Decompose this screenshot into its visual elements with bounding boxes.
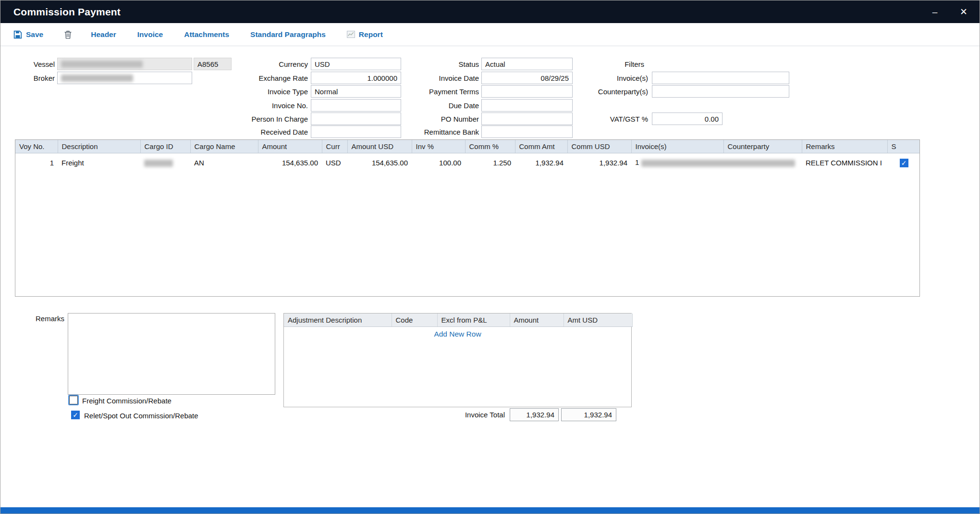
freight-commission-checkbox[interactable] xyxy=(69,396,78,404)
table-row[interactable]: 1 Freight AN 154,635.00 USD 154,635.00 1… xyxy=(15,153,920,170)
col-description[interactable]: Description xyxy=(58,140,140,153)
standard-paragraphs-button[interactable]: Standard Paragraphs xyxy=(250,30,326,39)
cell-comm-usd: 1,932.94 xyxy=(567,153,631,170)
save-button[interactable]: Save xyxy=(13,30,43,39)
delete-button[interactable] xyxy=(64,30,72,39)
adjustments-table: Adjustment Description Code Excl from P&… xyxy=(283,313,632,407)
col-cargo-name[interactable]: Cargo Name xyxy=(190,140,258,153)
due-date-label: Due Date xyxy=(380,99,479,112)
bottom-accent-bar xyxy=(0,507,980,514)
cell-remarks: RELET COMMISSION I xyxy=(802,153,887,170)
col-remarks[interactable]: Remarks xyxy=(802,140,887,153)
remittance-bank-field[interactable] xyxy=(481,125,573,138)
status-label: Status xyxy=(380,58,479,70)
adj-col-description[interactable]: Adjustment Description xyxy=(284,313,392,326)
remarks-label: Remarks xyxy=(0,313,64,324)
add-new-row-link[interactable]: Add New Row xyxy=(284,330,631,338)
save-icon xyxy=(13,30,22,39)
relet-commission-checkbox[interactable] xyxy=(71,411,80,419)
col-comm-usd[interactable]: Comm USD xyxy=(567,140,631,153)
col-voy-no[interactable]: Voy No. xyxy=(15,140,58,153)
filter-counterparty-field[interactable] xyxy=(652,85,789,98)
col-amount-usd[interactable]: Amount USD xyxy=(347,140,412,153)
commission-payment-window: Commission Payment – ✕ Save Header Invoi… xyxy=(0,0,980,514)
invoice-type-label: Invoice Type xyxy=(202,85,308,98)
report-button[interactable]: Report xyxy=(347,30,383,39)
titlebar: Commission Payment – ✕ xyxy=(0,0,980,23)
commission-items-table: Voy No. Description Cargo ID Cargo Name … xyxy=(15,139,920,297)
filter-invoices-label: Invoice(s) xyxy=(553,72,648,84)
col-comm-amt[interactable]: Comm Amt xyxy=(515,140,567,153)
remittance-bank-label: Remittance Bank xyxy=(380,125,479,138)
report-label: Report xyxy=(359,30,383,39)
cell-comm-amt: 1,932.94 xyxy=(515,153,567,170)
trash-icon xyxy=(64,30,72,39)
cell-invoices: 1 xyxy=(631,153,723,170)
col-comm-pct[interactable]: Comm % xyxy=(465,140,515,153)
due-date-field[interactable] xyxy=(481,99,573,112)
exchange-rate-label: Exchange Rate xyxy=(202,72,308,84)
invoice-total-amount-usd: 1,932.94 xyxy=(561,408,616,421)
vessel-redacted xyxy=(61,61,143,68)
cell-description: Freight xyxy=(58,153,140,170)
currency-label: Currency xyxy=(202,58,308,70)
save-label: Save xyxy=(26,30,43,39)
cell-amount-usd: 154,635.00 xyxy=(347,153,412,170)
invoices-value: 1 xyxy=(635,158,639,166)
invoice-date-label: Invoice Date xyxy=(380,72,479,84)
col-inv-pct[interactable]: Inv % xyxy=(412,140,465,153)
vessel-label: Vessel xyxy=(0,58,55,70)
col-selected[interactable]: S xyxy=(887,140,920,153)
header-button[interactable]: Header xyxy=(91,30,116,39)
cell-cargo-id xyxy=(140,153,190,170)
filter-invoices-field[interactable] xyxy=(652,72,789,84)
cell-curr: USD xyxy=(322,153,347,170)
toolbar: Save Header Invoice Attachments Standard… xyxy=(0,23,980,46)
filter-counterparty-label: Counterparty(s) xyxy=(553,85,648,98)
table-header-row: Voy No. Description Cargo ID Cargo Name … xyxy=(15,140,920,153)
col-counterparty[interactable]: Counterparty xyxy=(723,140,802,153)
cell-voy-no: 1 xyxy=(15,153,58,170)
attachments-button[interactable]: Attachments xyxy=(184,30,229,39)
broker-label: Broker xyxy=(0,72,55,84)
cargo-id-redacted xyxy=(144,160,173,167)
invoice-total-amount: 1,932.94 xyxy=(510,408,559,421)
vat-field[interactable]: 0.00 xyxy=(652,113,723,125)
row-select-checkbox[interactable] xyxy=(900,159,908,167)
vat-label: VAT/GST % xyxy=(553,113,648,125)
invoices-redacted xyxy=(641,160,795,167)
invoice-total-label: Invoice Total xyxy=(423,408,505,421)
freight-commission-label: Freight Commission/Rebate xyxy=(82,397,172,405)
cell-selected xyxy=(887,153,920,170)
adjustments-header-row: Adjustment Description Code Excl from P&… xyxy=(284,313,632,326)
relet-commission-label: Relet/Spot Out Commission/Rebate xyxy=(84,412,198,420)
report-icon xyxy=(347,31,355,38)
cell-amount: 154,635.00 xyxy=(258,153,322,170)
po-number-label: PO Number xyxy=(380,113,479,125)
window-controls: – ✕ xyxy=(928,0,971,23)
adj-col-amt-usd[interactable]: Amt USD xyxy=(564,313,632,326)
cell-comm-pct: 1.250 xyxy=(465,153,515,170)
vessel-field[interactable] xyxy=(57,58,192,70)
minimize-icon[interactable]: – xyxy=(928,0,942,23)
invoice-no-label: Invoice No. xyxy=(202,99,308,112)
col-invoices[interactable]: Invoice(s) xyxy=(631,140,723,153)
payment-terms-label: Payment Terms xyxy=(380,85,479,98)
cell-inv-pct: 100.00 xyxy=(412,153,465,170)
adj-col-code[interactable]: Code xyxy=(392,313,437,326)
adj-col-excl[interactable]: Excl from P&L xyxy=(437,313,510,326)
received-date-label: Received Date xyxy=(202,125,308,138)
person-in-charge-label: Person In Charge xyxy=(202,113,308,125)
broker-redacted xyxy=(61,75,133,82)
invoice-button[interactable]: Invoice xyxy=(137,30,163,39)
broker-field[interactable] xyxy=(57,72,192,84)
remarks-textarea[interactable] xyxy=(68,313,275,395)
adj-col-amount[interactable]: Amount xyxy=(510,313,564,326)
col-cargo-id[interactable]: Cargo ID xyxy=(140,140,190,153)
window-title: Commission Payment xyxy=(13,6,121,18)
col-amount[interactable]: Amount xyxy=(258,140,322,153)
col-curr[interactable]: Curr xyxy=(322,140,347,153)
cell-cargo-name: AN xyxy=(190,153,258,170)
filters-label: Filters xyxy=(553,58,644,70)
close-icon[interactable]: ✕ xyxy=(956,0,971,23)
